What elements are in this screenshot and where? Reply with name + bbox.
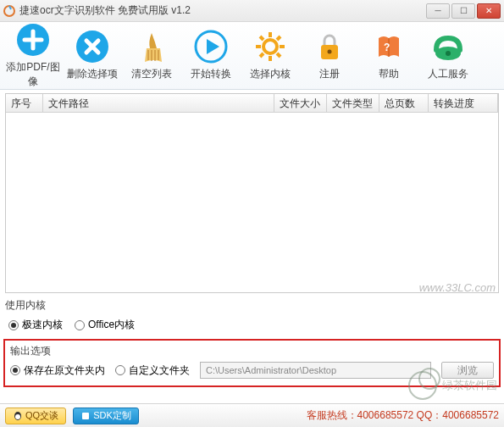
service-label: 人工服务 [428,67,468,81]
start-label: 开始转换 [191,67,231,81]
plus-icon [16,23,50,57]
col-pages[interactable]: 总页数 [379,94,429,112]
svg-rect-12 [82,413,89,419]
radio-fast-label: 极速内核 [22,318,63,332]
play-icon [194,30,228,64]
radio-icon [10,365,20,375]
kernel-label: 选择内核 [250,67,291,81]
help-label: 帮助 [379,67,399,81]
output-section-label: 输出选项 [10,344,494,358]
add-file-label: 添加PDF/图像 [5,60,61,89]
window-title: 捷速ocr文字识别软件 免费试用版 v1.2 [19,3,426,18]
qq-label: QQ交谈 [25,409,58,422]
col-type[interactable]: 文件类型 [327,94,379,112]
footer: QQ交谈 SDK定制 客服热线：4006685572 QQ：4006685572 [0,403,504,427]
sdk-button[interactable]: SDK定制 [73,408,139,424]
radio-office-kernel[interactable]: Office内核 [75,318,135,332]
clear-button[interactable]: 清空列表 [124,30,180,81]
tool-icon [80,411,91,421]
col-progress[interactable]: 转换进度 [429,94,498,112]
save-original-label: 保存在原文件夹内 [24,363,105,378]
toolbar: 添加PDF/图像 删除选择项 清空列表 开始转换 选择内核 注册 ? 帮助 [0,22,504,90]
lock-icon [313,30,346,64]
qq-icon [13,411,23,421]
qq-chat-button[interactable]: QQ交谈 [5,408,66,424]
app-icon [3,5,15,17]
remove-button[interactable]: 删除选择项 [64,30,120,81]
window-controls: ─ ☐ ✕ [426,3,501,19]
kernel-section: 使用内核 极速内核 Office内核 [5,298,499,334]
minimize-button[interactable]: ─ [426,3,450,19]
col-path[interactable]: 文件路径 [43,94,274,112]
radio-icon [115,365,125,375]
x-icon [75,30,109,64]
start-button[interactable]: 开始转换 [183,30,239,81]
broom-icon [135,30,169,64]
gear-icon [253,30,287,64]
phone-icon [431,30,465,64]
output-section: 输出选项 保存在原文件夹内 自定义文件夹 浏览 [3,339,501,387]
sdk-label: SDK定制 [93,409,131,422]
radio-save-custom[interactable]: 自定义文件夹 [115,363,190,378]
add-file-button[interactable]: 添加PDF/图像 [5,23,61,89]
help-button[interactable]: ? 帮助 [361,30,417,81]
hotline-text: 客服热线：4006685572 QQ：4006685572 [307,408,499,423]
kernel-button[interactable]: 选择内核 [242,30,298,81]
kernel-section-label: 使用内核 [5,298,499,313]
radio-office-label: Office内核 [88,318,135,332]
maximize-button[interactable]: ☐ [451,3,475,19]
svg-point-11 [15,414,20,419]
radio-icon [75,320,85,330]
col-seq[interactable]: 序号 [6,94,43,112]
save-custom-label: 自定义文件夹 [129,363,190,378]
close-button[interactable]: ✕ [477,3,501,19]
svg-point-4 [263,40,277,53]
svg-text:?: ? [384,42,390,53]
radio-icon [8,320,19,330]
browse-button[interactable]: 浏览 [441,362,494,379]
titlebar: 捷速ocr文字识别软件 免费试用版 v1.2 ─ ☐ ✕ [0,0,504,22]
register-button[interactable]: 注册 [302,30,357,81]
register-label: 注册 [319,67,340,81]
table-header: 序号 文件路径 文件大小 文件类型 总页数 转换进度 [6,94,498,113]
table-body[interactable] [6,113,498,292]
clear-label: 清空列表 [131,67,172,81]
radio-fast-kernel[interactable]: 极速内核 [8,318,63,332]
col-size[interactable]: 文件大小 [274,94,327,112]
svg-point-9 [446,51,451,56]
remove-label: 删除选择项 [67,67,118,81]
output-path-input[interactable] [200,362,431,379]
service-button[interactable]: 人工服务 [420,30,476,81]
svg-point-6 [328,50,332,54]
book-icon: ? [372,30,406,64]
file-table: 序号 文件路径 文件大小 文件类型 总页数 转换进度 [5,93,499,293]
radio-save-original[interactable]: 保存在原文件夹内 [10,363,105,378]
